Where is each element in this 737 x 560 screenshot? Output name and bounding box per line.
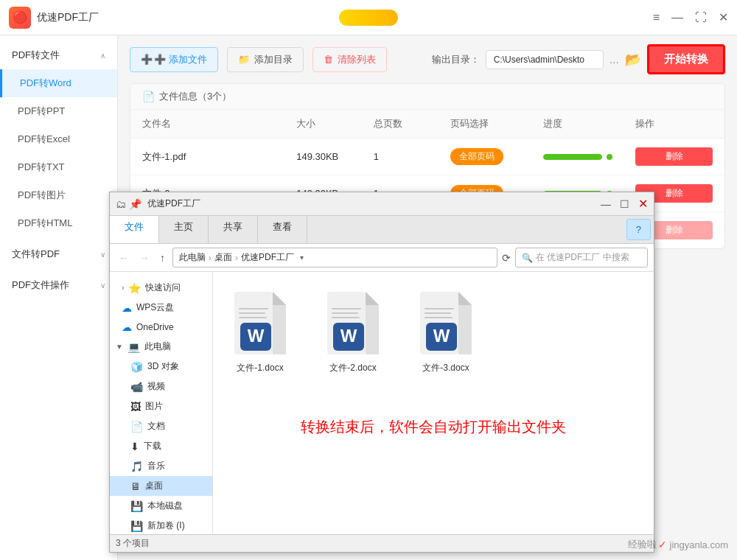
explorer-tabs: 文件 主页 共享 查看 ?	[110, 216, 654, 244]
desktop-icon: 🖥	[130, 480, 141, 492]
path-desktop[interactable]: 桌面	[214, 251, 232, 264]
file-count-label: 文件信息（3个）	[159, 90, 231, 103]
path-folder[interactable]: 优速PDF工厂	[241, 251, 294, 264]
chevron-down-icon: ▼	[116, 343, 123, 351]
watermark-check-icon: ✓	[658, 539, 667, 550]
exp-sidebar-vol1[interactable]: 💾 新加卷 (I)	[110, 516, 212, 534]
svg-rect-21	[425, 317, 453, 318]
conversion-message: 转换结束后，软件会自动打开输出文件夹	[225, 417, 642, 437]
sidebar-item-pdf-to-html[interactable]: PDF转HTML	[0, 209, 117, 237]
start-convert-button[interactable]: 开始转换	[647, 44, 725, 74]
watermark-text: 经验啦	[628, 538, 657, 551]
explorer-folder-icon: 🗂	[116, 198, 126, 210]
file-icon-large-3: W	[416, 290, 475, 356]
exp-sidebar-music[interactable]: 🎵 音乐	[110, 456, 212, 476]
star-icon: ⭐	[128, 282, 141, 294]
delete-btn-1[interactable]: 删除	[635, 147, 713, 166]
exp-sidebar-local-disk[interactable]: 💾 本地磁盘	[110, 496, 212, 516]
chevron-down-icon: ∨	[100, 251, 105, 259]
output-path-display: C:\Users\admin\Deskto	[486, 50, 604, 69]
tab-view[interactable]: 查看	[258, 216, 307, 243]
svg-marker-2	[273, 292, 286, 305]
tab-file[interactable]: 文件	[110, 216, 159, 243]
files-grid: W 文件-1.docx	[225, 284, 642, 380]
sidebar-item-pdf-to-txt[interactable]: PDF转TXT	[0, 153, 117, 181]
address-search[interactable]: 🔍 在 优速PDF工厂 中搜索	[515, 248, 648, 267]
address-path[interactable]: 此电脑 › 桌面 › 优速PDF工厂 ▾	[172, 248, 497, 267]
file-icon: 📄	[142, 91, 155, 102]
sidebar: PDF转文件 ∧ PDF转Word PDF转PPT PDF转Excel PDF转…	[0, 35, 118, 560]
sidebar-group-label-2: 文件转PDF	[12, 248, 60, 261]
status-count: 3 个项目	[116, 537, 150, 550]
back-btn[interactable]: ←	[116, 251, 132, 265]
explorer-maximize-btn[interactable]: ☐	[620, 199, 629, 209]
up-btn[interactable]: ↑	[157, 251, 168, 265]
output-section: 输出目录： C:\Users\admin\Deskto ... 📂 开始转换 ↑	[432, 44, 725, 74]
explorer-status-bar: 3 个项目	[110, 534, 654, 552]
output-folder-icon[interactable]: 📂	[625, 52, 641, 68]
output-more-btn[interactable]: ...	[609, 53, 619, 66]
explorer-minimize-btn[interactable]: —	[601, 199, 611, 209]
file-item-3[interactable]: W 文件-3.docx	[411, 284, 481, 380]
file-svg-1: W	[234, 292, 286, 354]
exp-sidebar-this-pc[interactable]: ▼ 💻 此电脑	[110, 337, 212, 357]
sidebar-item-pdf-to-ppt[interactable]: PDF转PPT	[0, 97, 117, 125]
path-dropdown-btn[interactable]: ▾	[300, 253, 304, 262]
exp-sidebar-3d[interactable]: 🧊 3D 对象	[110, 357, 212, 377]
add-file-button[interactable]: ➕ ➕ 添加文件	[130, 47, 218, 72]
svg-rect-4	[239, 312, 265, 314]
exp-sidebar-desktop[interactable]: 🖥 桌面	[110, 476, 212, 496]
explorer-window: 🗂 📌 优速PDF工厂 — ☐ ✕ 文件 主页 共享 查看 ? ← → ↑	[109, 192, 654, 553]
explorer-close-btn[interactable]: ✕	[638, 198, 648, 210]
title-pill	[339, 10, 398, 26]
file-progress-1	[543, 154, 636, 160]
sidebar-item-pdf-to-word[interactable]: PDF转Word	[0, 69, 117, 97]
music-icon: 🎵	[130, 461, 143, 472]
file-icon-large-1: W	[231, 290, 290, 356]
tab-share[interactable]: 共享	[209, 216, 258, 243]
col-size: 大小	[296, 117, 374, 130]
menu-icon[interactable]: ≡	[653, 12, 660, 24]
close-icon[interactable]: ✕	[719, 12, 728, 24]
output-label: 输出目录：	[432, 53, 480, 66]
file-name-label-2: 文件-2.docx	[329, 362, 376, 374]
svg-rect-20	[425, 312, 451, 314]
svg-text:W: W	[433, 326, 450, 346]
exp-sidebar-quick-access[interactable]: › ⭐ 快速访问	[110, 278, 212, 298]
file-page-select-1[interactable]: 全部页码	[450, 148, 543, 165]
forward-btn[interactable]: →	[136, 251, 153, 265]
sidebar-group-header-file-to-pdf[interactable]: 文件转PDF ∨	[0, 240, 117, 268]
refresh-btn[interactable]: ⟳	[502, 252, 511, 264]
add-dir-button[interactable]: 📁 添加目录	[227, 47, 304, 72]
tab-home[interactable]: 主页	[159, 216, 209, 243]
file-item-2[interactable]: W 文件-2.docx	[318, 284, 388, 380]
add-icon: ➕	[141, 54, 153, 65]
explorer-sidebar: › ⭐ 快速访问 ☁ WPS云盘 ☁ OneDrive ▼ 💻 此电脑	[110, 272, 213, 534]
sidebar-group-pdf-to-file: PDF转文件 ∧ PDF转Word PDF转PPT PDF转Excel PDF转…	[0, 41, 117, 237]
exp-sidebar-onedrive[interactable]: ☁ OneDrive	[110, 318, 212, 337]
exp-sidebar-docs[interactable]: 📄 文档	[110, 416, 212, 436]
path-computer[interactable]: 此电脑	[179, 251, 206, 264]
svg-marker-10	[366, 292, 379, 305]
watermark: 经验啦 ✓ jingyanla.com	[628, 538, 729, 551]
explorer-address-bar: ← → ↑ 此电脑 › 桌面 › 优速PDF工厂 ▾ ⟳ 🔍 在 优速PDF工厂…	[110, 244, 654, 272]
sidebar-item-pdf-to-excel[interactable]: PDF转Excel	[0, 125, 117, 153]
exp-sidebar-downloads[interactable]: ⬇ 下载	[110, 436, 212, 456]
exp-sidebar-pictures[interactable]: 🖼 图片	[110, 396, 212, 416]
sidebar-group-header-pdf-ops[interactable]: PDF文件操作 ∨	[0, 271, 117, 299]
explorer-help-btn[interactable]: ?	[626, 219, 651, 240]
table-row: 文件-1.pdf 149.30KB 1 全部页码 删除	[130, 139, 724, 175]
file-item-1[interactable]: W 文件-1.docx	[225, 284, 296, 380]
add-file-label: ➕ 添加文件	[154, 53, 207, 66]
trash-icon: 🗑	[324, 54, 333, 65]
sidebar-item-pdf-to-image[interactable]: PDF转图片	[0, 181, 117, 209]
sidebar-group-header-pdf-to-file[interactable]: PDF转文件 ∧	[0, 41, 117, 69]
clear-button[interactable]: 🗑 清除列表	[312, 47, 387, 72]
maximize-icon[interactable]: ⛶	[695, 12, 707, 24]
exp-sidebar-video[interactable]: 📹 视频	[110, 377, 212, 396]
sidebar-group-label-3: PDF文件操作	[12, 279, 69, 292]
minimize-icon[interactable]: —	[671, 12, 683, 24]
chevron-down-icon-2: ∨	[100, 281, 105, 290]
exp-sidebar-wps-cloud[interactable]: ☁ WPS云盘	[110, 298, 212, 318]
file-name-label-3: 文件-3.docx	[422, 362, 469, 374]
